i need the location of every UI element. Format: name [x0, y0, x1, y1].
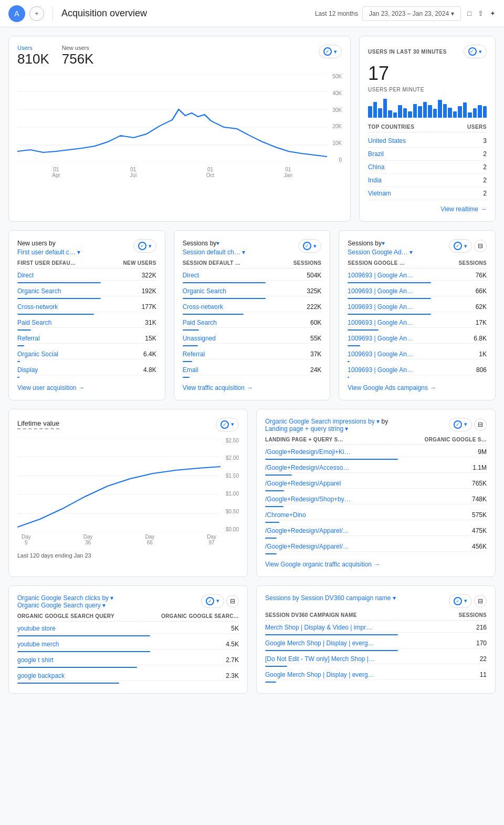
view-google-ads-link[interactable]: View Google Ads campaigns →: [348, 384, 487, 391]
acq-row: Google Merch Shop | Display | everg… 170: [265, 636, 487, 648]
table-row: Cross-network 222K: [183, 300, 322, 315]
row-bar: [265, 475, 292, 476]
realtime-bar: [413, 104, 417, 118]
row-name[interactable]: Cross-network: [17, 303, 58, 311]
row-name[interactable]: Paid Search: [183, 319, 217, 326]
row-name[interactable]: /Google+Redesign/Apparel/…: [265, 527, 349, 534]
row-name[interactable]: 1009693 | Google An…: [348, 272, 413, 279]
row-name[interactable]: /Google+Redesign/Accesso…: [265, 464, 349, 471]
table-row: Referral 15K: [17, 332, 156, 346]
row-name[interactable]: youtube store: [17, 625, 56, 632]
row-name[interactable]: Unassigned: [183, 335, 216, 342]
view-user-acquisition-link[interactable]: View user acquisition →: [17, 384, 156, 391]
country-name[interactable]: Vietnam: [368, 190, 391, 197]
search-clicks-metric-selector[interactable]: ✓ ▾: [201, 594, 224, 608]
row-name[interactable]: Paid Search: [17, 319, 51, 326]
organic-metric-selector[interactable]: ✓ ▾: [449, 418, 472, 431]
row-name[interactable]: 1009693 | Google An…: [348, 287, 413, 295]
realtime-bar: [433, 109, 437, 118]
row-name[interactable]: /Google+Redesign/Emoji+Ki…: [265, 448, 351, 456]
avatar[interactable]: A: [8, 5, 25, 22]
row-bar: [265, 490, 284, 491]
acq-row: Referral 15K: [17, 332, 156, 344]
row-name[interactable]: Google Merch Shop | Display | everg…: [265, 671, 374, 678]
row-value: 17K: [476, 319, 487, 326]
row-name[interactable]: 1009693 | Google An…: [348, 335, 413, 342]
row-name[interactable]: /Chrome+Dino: [265, 511, 306, 519]
share-icon[interactable]: □: [467, 9, 471, 17]
country-name[interactable]: United States: [368, 137, 406, 145]
row-value: 22: [480, 655, 487, 663]
date-range-button[interactable]: Jan 23, 2023 – Jan 23, 2024 ▾: [362, 6, 461, 21]
row-name[interactable]: 1009693 | Google An…: [348, 319, 413, 326]
chevron-down-icon: ▾: [77, 249, 80, 256]
row-value: 222K: [307, 303, 321, 311]
sessions-google-table-header: Session Google … Sessions: [348, 258, 487, 269]
country-name[interactable]: China: [368, 163, 384, 171]
row-name[interactable]: Organic Social: [17, 350, 58, 358]
row-name[interactable]: Google Merch Shop | Display | everg…: [265, 640, 374, 647]
row-name[interactable]: 1009693 | Google An…: [348, 350, 413, 358]
row-name[interactable]: Cross-network: [183, 303, 223, 311]
new-users-metric-selector[interactable]: ✓ ▾: [133, 239, 156, 253]
sessions-google-metric-selector[interactable]: ✓ ▾: [449, 239, 472, 253]
sessions-channel-metric-selector[interactable]: ✓ ▾: [298, 239, 321, 253]
filter-icon[interactable]: ⊟: [474, 240, 487, 252]
row-name[interactable]: google backpack: [17, 672, 65, 679]
organic-filter-icon[interactable]: ⊟: [474, 418, 487, 431]
row-value: 765K: [472, 480, 487, 487]
row-name[interactable]: [Do Not Edit - TW only] Merch Shop |…: [265, 655, 375, 663]
dv360-metric-selector[interactable]: ✓ ▾: [449, 594, 472, 608]
country-name[interactable]: India: [368, 177, 382, 184]
organic-rows: /Google+Redesign/Emoji+Ki… 9M /Google+Re…: [265, 445, 487, 554]
row-name[interactable]: Organic Search: [183, 287, 226, 295]
search-clicks-filter-icon[interactable]: ⊟: [226, 595, 239, 607]
row-name[interactable]: Referral: [17, 335, 40, 342]
table-row: Direct 504K: [183, 269, 322, 283]
row-name[interactable]: /Google+Redesign/Apparel: [265, 480, 341, 487]
row-name[interactable]: /Google+Redesign/Shop+by…: [265, 496, 351, 503]
row-bar: [348, 314, 431, 315]
row-name[interactable]: 1009693 | Google An…: [348, 303, 413, 311]
insights-icon[interactable]: ✦: [490, 9, 496, 17]
row-name[interactable]: google t shirt: [17, 656, 54, 664]
row-name[interactable]: Referral: [183, 350, 205, 358]
acq-row: Google Merch Shop | Display | everg… 11: [265, 668, 487, 680]
export-icon[interactable]: ⇧: [478, 9, 484, 17]
row-value: 192K: [142, 287, 156, 295]
row-name[interactable]: Merch Shop | Display & Video | impr…: [265, 624, 372, 631]
country-row: United States3: [368, 135, 487, 148]
realtime-bar: [468, 112, 472, 118]
row-name[interactable]: Direct: [183, 272, 199, 279]
table-row: /Chrome+Dino 575K: [265, 508, 487, 523]
row-name[interactable]: Direct: [17, 272, 34, 279]
row-name[interactable]: youtube merch: [17, 641, 59, 648]
view-realtime-link[interactable]: View realtime →: [368, 205, 487, 213]
country-name[interactable]: Brazil: [368, 150, 384, 158]
users-label: Users: [17, 45, 49, 51]
row-value: 475K: [472, 527, 487, 534]
row-name[interactable]: Organic Search: [17, 287, 61, 295]
view-organic-traffic-link[interactable]: View Google organic traffic acquisition …: [265, 561, 487, 568]
metric-selector[interactable]: ✓ ▾: [319, 45, 342, 58]
search-clicks-rows: youtube store 5K youtube merch 4.5K goog…: [17, 622, 239, 684]
acq-row: Organic Search 325K: [183, 284, 322, 296]
row-bar: [348, 377, 349, 378]
acq-row: /Google+Redesign/Apparel 765K: [265, 477, 487, 489]
realtime-metric-selector[interactable]: ✓ ▾: [464, 45, 487, 58]
dv360-controls: ✓ ▾ ⊟: [449, 594, 487, 608]
country-users: 2: [483, 163, 487, 171]
dv360-filter-icon[interactable]: ⊟: [474, 595, 487, 607]
lifetime-metric-selector[interactable]: ✓ ▾: [216, 418, 239, 431]
add-property-button[interactable]: +: [29, 6, 44, 21]
row-name[interactable]: /Google+Redesign/Apparel/…: [265, 543, 349, 550]
chevron-down-icon: ▾: [334, 48, 337, 55]
row-name[interactable]: Display: [17, 366, 38, 374]
row-value: 2.3K: [226, 672, 239, 679]
view-traffic-acquisition-link[interactable]: View traffic acquisition →: [183, 384, 322, 391]
search-clicks-title: Organic Google Search clicks by ▾ Organi…: [17, 594, 239, 609]
row-name[interactable]: Email: [183, 366, 198, 374]
row-bar: [17, 282, 101, 283]
row-name[interactable]: 1009693 | Google An…: [348, 366, 413, 374]
new-users-rows: Direct 322K Organic Search 192K Cross-ne…: [17, 269, 156, 378]
